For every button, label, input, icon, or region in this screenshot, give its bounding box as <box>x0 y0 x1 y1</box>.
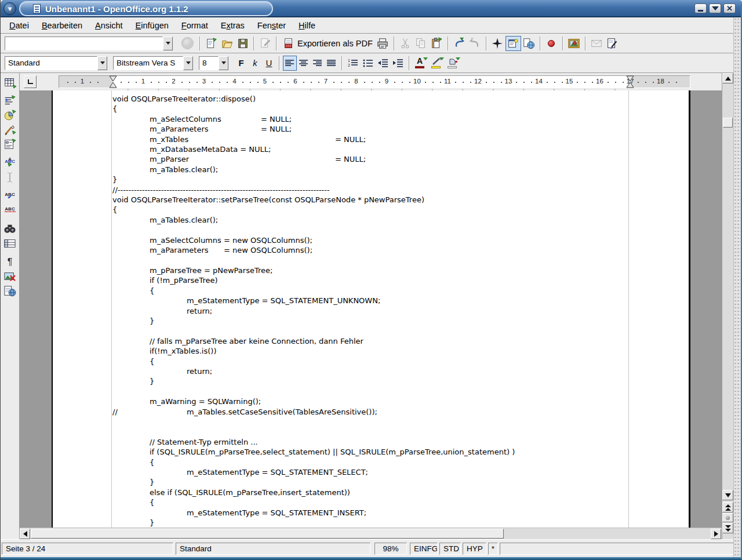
graphics-onoff-button[interactable] <box>2 269 18 283</box>
auto-spellcheck-button[interactable]: ABC ∼∼∼ <box>2 203 18 217</box>
document-text[interactable]: void OSQLParseTreeIterator::dispose() { … <box>112 94 515 528</box>
page[interactable]: void OSQLParseTreeIterator::dispose() { … <box>52 90 690 528</box>
close-button[interactable]: ✕ <box>723 3 736 13</box>
scroll-up-button[interactable] <box>722 73 733 83</box>
menu-extras[interactable]: Extras <box>214 19 251 32</box>
decrease-indent-button[interactable] <box>376 56 391 71</box>
style-dropdown-button[interactable] <box>97 56 107 70</box>
arrow-left-icon <box>23 531 27 537</box>
nonprinting-characters-button[interactable]: ¶ <box>2 254 18 269</box>
justify-button[interactable] <box>325 56 339 71</box>
maximize-button[interactable] <box>709 3 721 13</box>
previous-page-button[interactable] <box>722 502 733 512</box>
ruler-mark <box>97 82 99 83</box>
first-line-indent-marker[interactable] <box>109 75 117 88</box>
align-right-button[interactable] <box>311 56 325 71</box>
scroll-down-button[interactable] <box>722 490 733 500</box>
status-hyperlink-mode[interactable]: HYP <box>463 543 486 555</box>
menu-format[interactable]: Format <box>175 19 214 32</box>
print-button[interactable] <box>375 36 391 51</box>
window-resize-grip[interactable] <box>733 17 741 557</box>
document-view[interactable]: void OSQLParseTreeIterator::dispose() { … <box>20 90 722 528</box>
new-document-button[interactable] <box>203 36 219 51</box>
ruler-number: 11 <box>444 78 451 85</box>
spellcheck-button[interactable]: ABC ✔ <box>2 188 18 203</box>
online-layout-button[interactable] <box>2 283 18 298</box>
export-pdf-button[interactable]: Exportieren als PDF <box>280 36 375 51</box>
ruler-mark <box>288 82 289 83</box>
scroll-right-button[interactable] <box>711 529 721 539</box>
titlebar[interactable]: ▼ Unbenannt1 - OpenOffice.org 1.1.2 ✕ <box>1 0 742 17</box>
highlighting-button[interactable] <box>429 56 445 71</box>
align-center-button[interactable] <box>297 56 311 71</box>
next-page-button[interactable] <box>722 523 733 533</box>
font-size-value[interactable]: 8 <box>199 56 219 70</box>
ruler-number: 6 <box>293 78 297 85</box>
horizontal-ruler[interactable]: 1123456789101112131415161718⊥⊥⊥⊥⊥⊥⊥⊥⊥⊥⊥⊥… <box>59 75 690 88</box>
size-dropdown-button[interactable] <box>219 56 228 70</box>
stylist-button[interactable] <box>505 36 521 51</box>
paragraph-style-value[interactable]: Standard <box>5 56 97 70</box>
paste-button[interactable] <box>429 36 445 51</box>
scroll-left-button[interactable] <box>20 529 30 539</box>
vertical-scroll-thumb[interactable] <box>723 118 733 128</box>
insert-fields-button[interactable] <box>2 93 18 108</box>
window-menu-button[interactable]: ▼ <box>3 2 16 15</box>
ruler-mark <box>379 82 380 83</box>
italic-button[interactable]: k <box>248 56 262 71</box>
ruler-mark <box>280 82 281 83</box>
url-input[interactable] <box>5 37 163 50</box>
draw-functions-button[interactable] <box>2 122 18 137</box>
horizontal-scroll-thumb[interactable] <box>31 529 504 539</box>
status-modified-flag[interactable]: * <box>488 543 498 555</box>
open-button[interactable] <box>219 36 235 51</box>
undo-button[interactable] <box>452 36 467 51</box>
page-preview-button[interactable] <box>605 36 620 51</box>
numbering-button[interactable]: 12 <box>345 56 361 71</box>
background-color-button[interactable] <box>445 56 461 71</box>
record-macro-button[interactable] <box>544 36 559 51</box>
insert-object-button[interactable] <box>2 108 18 122</box>
insert-table-button[interactable] <box>2 75 18 89</box>
url-dropdown-button[interactable] <box>163 37 173 50</box>
status-page[interactable]: Seite 3 / 24 <box>2 543 173 555</box>
save-button[interactable] <box>235 36 250 51</box>
ruler-mark <box>348 82 350 83</box>
menu-einfgen[interactable]: Einfügen <box>129 19 175 32</box>
align-left-button[interactable] <box>283 56 297 71</box>
document-icon <box>33 4 41 13</box>
vertical-scrollbar[interactable] <box>722 73 733 539</box>
font-name-value[interactable]: Bitstream Vera S <box>113 56 183 70</box>
navigation-button[interactable] <box>722 513 733 522</box>
menu-datei[interactable]: Datei <box>3 19 35 32</box>
status-zoom[interactable]: 98% <box>374 543 407 555</box>
status-selection-mode[interactable]: STD <box>439 543 461 555</box>
increase-indent-button[interactable] <box>391 56 406 71</box>
find-replace-button[interactable] <box>2 221 18 236</box>
menu-ansicht[interactable]: Ansicht <box>89 19 129 32</box>
form-functions-button[interactable] <box>2 137 18 151</box>
hyperlink-button[interactable] <box>521 36 537 51</box>
autotext-button[interactable]: A ABC <box>2 155 18 170</box>
ruler-mark <box>486 82 487 83</box>
gallery-button[interactable] <box>566 36 582 51</box>
menu-fenster[interactable]: Fenster <box>251 19 292 32</box>
menu-hilfe[interactable]: Hilfe <box>292 19 322 32</box>
data-sources-button[interactable] <box>2 236 18 250</box>
font-color-button[interactable]: A <box>413 56 429 71</box>
menu-bearbeiten[interactable]: Bearbeiten <box>35 19 89 32</box>
ruler-mark <box>676 82 677 83</box>
navigator-button[interactable] <box>490 36 505 51</box>
status-page-style[interactable]: Standard <box>176 543 370 555</box>
bold-button[interactable]: F <box>234 56 248 71</box>
underline-button[interactable]: U <box>262 56 276 71</box>
tab-type-selector[interactable] <box>24 75 37 88</box>
minimize-button[interactable] <box>694 3 707 13</box>
font-dropdown-button[interactable] <box>183 56 193 70</box>
right-indent-marker[interactable] <box>626 75 634 88</box>
bullets-button[interactable] <box>361 56 376 71</box>
horizontal-scrollbar[interactable] <box>20 528 722 539</box>
paragraph-mark-icon: ¶ <box>8 257 13 267</box>
status-insert-mode[interactable]: EINFG <box>410 543 438 555</box>
ruler-number: 3 <box>202 78 206 85</box>
